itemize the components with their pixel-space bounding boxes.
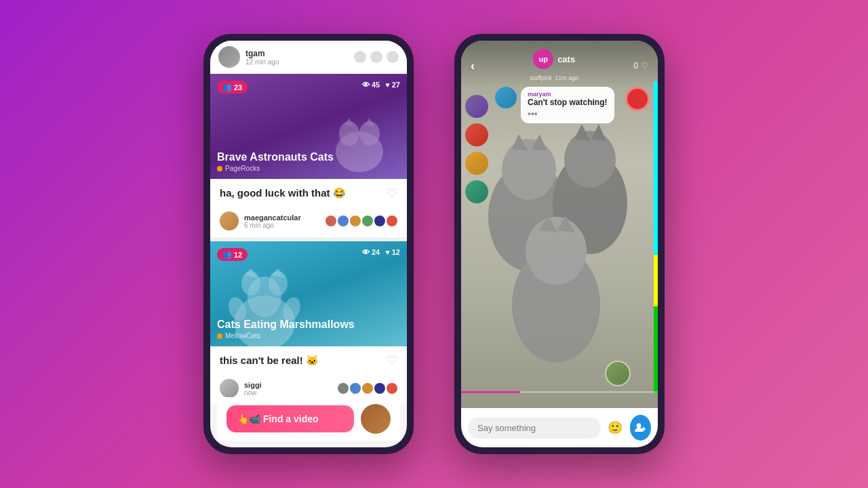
add-people-button[interactable] xyxy=(630,415,651,441)
card1-channel: PageRocks xyxy=(217,165,334,172)
find-video-button[interactable]: 👆📹 Find a video xyxy=(226,405,354,432)
right-phone: ‹ up cats staffpick 11m ago 0 ♡ xyxy=(454,34,665,454)
feed-card-1[interactable]: 👥 23 👁 45 ♥ 27 Brave Astronauts Cats Pag… xyxy=(210,74,407,179)
chat-message: Can't stop watching! xyxy=(528,98,608,107)
side-avatar-4[interactable] xyxy=(465,180,488,203)
extra2-avatar-5 xyxy=(387,383,397,394)
extra2-avatar-3 xyxy=(362,383,373,394)
header-icon-3 xyxy=(387,51,399,63)
chat-user-row: maryam Can't stop watching! ••• xyxy=(495,87,614,123)
extra-avatar-5 xyxy=(374,216,385,226)
card1-stats: 👁 45 ♥ 27 xyxy=(362,81,400,89)
bar-yellow xyxy=(654,255,658,307)
card2-stats: 👁 24 ♥ 12 xyxy=(362,248,400,256)
extra2-avatar-4 xyxy=(374,383,385,394)
topbar-staffpick: staffpick 11m ago xyxy=(530,70,578,83)
card1-badge: 👥 23 xyxy=(217,81,248,94)
commenter1-name: maegancatcular xyxy=(244,214,320,222)
emoji-button[interactable]: 🙂 xyxy=(606,417,625,439)
comment1-text: ha, good luck with that 😂 xyxy=(220,187,346,199)
card2-badge: 👥 12 xyxy=(217,248,248,261)
commenter2-name: siggi xyxy=(244,381,332,389)
video-like-area[interactable]: 0 ♡ xyxy=(633,61,648,70)
staffpick-time: 11m ago xyxy=(555,75,578,81)
chat-dots: ••• xyxy=(528,108,608,119)
side-avatar-1[interactable] xyxy=(465,95,488,118)
commenter1-time: 6 min ago xyxy=(244,222,320,229)
bar-green xyxy=(654,306,658,393)
video-progress-fill xyxy=(461,391,520,393)
extra2-avatar-1 xyxy=(338,383,349,394)
card2-image: 👥 12 👁 24 ♥ 12 Cats Eating Marshmallows … xyxy=(210,241,407,346)
bar-cyan xyxy=(654,81,658,255)
side-avatars xyxy=(465,95,488,203)
card2-title-area: Cats Eating Marshmallows MellowCats xyxy=(217,319,355,340)
side-avatar-2[interactable] xyxy=(465,123,488,146)
cats-svg xyxy=(475,81,644,373)
topbar-logo-title: up cats xyxy=(533,49,575,69)
comment2-text: this can't be real! 🐱 xyxy=(220,354,319,367)
back-button[interactable]: ‹ xyxy=(471,59,475,73)
commenter1-extras xyxy=(326,216,397,226)
video-title: cats xyxy=(557,54,575,64)
card2-channel: MellowCats xyxy=(217,332,355,340)
card1-title: Brave Astronauts Cats xyxy=(217,151,334,163)
card1-title-area: Brave Astronauts Cats PageRocks xyxy=(217,151,334,172)
header-time: 12 min ago xyxy=(245,58,349,66)
feed-header: tgam 12 min ago xyxy=(210,41,407,74)
comment-row-2: this can't be real! 🐱 ♡ xyxy=(210,346,407,375)
commenter2-extras xyxy=(338,383,397,394)
feed-card-2[interactable]: 👥 12 👁 24 ♥ 12 Cats Eating Marshmallows … xyxy=(210,241,407,346)
find-video-area: 👆📹 Find a video xyxy=(217,397,400,441)
commenter1-avatar xyxy=(220,211,239,230)
svg-point-22 xyxy=(526,217,587,285)
header-icon-1 xyxy=(354,51,366,63)
color-bars xyxy=(654,81,658,393)
extra-avatar-3 xyxy=(350,216,361,226)
video-topbar: ‹ up cats staffpick 11m ago 0 ♡ xyxy=(461,41,658,88)
comment1-heart[interactable]: ♡ xyxy=(387,186,397,201)
left-phone: tgam 12 min ago 👥 xyxy=(203,34,414,454)
chat-bubble: maryam Can't stop watching! ••• xyxy=(521,87,614,123)
video-bottom-bar: 🙂 xyxy=(461,408,658,447)
commenter2-avatar xyxy=(220,379,239,398)
like-count: 0 xyxy=(633,61,638,70)
comment2-heart[interactable]: ♡ xyxy=(387,353,397,368)
topbar-row1: ‹ up cats staffpick 11m ago 0 ♡ xyxy=(471,49,648,83)
svg-point-18 xyxy=(564,131,616,188)
header-username: tgam xyxy=(245,49,349,58)
chat-bubble-area: maryam Can't stop watching! ••• xyxy=(495,87,614,123)
staffpick-label: staffpick xyxy=(530,75,552,81)
say-something-input[interactable] xyxy=(468,418,601,439)
extra2-avatar-2 xyxy=(350,383,361,394)
topbar-center: up cats staffpick 11m ago xyxy=(530,49,578,83)
side-avatar-3[interactable] xyxy=(465,152,488,175)
svg-point-25 xyxy=(637,424,642,428)
header-avatar xyxy=(218,46,240,68)
heart-icon[interactable]: ♡ xyxy=(641,61,648,70)
extra-avatar-4 xyxy=(362,216,373,226)
find-video-user-avatar xyxy=(361,404,391,434)
commenter2-time: now xyxy=(244,389,332,396)
commenter1-info: maegancatcular 6 min ago xyxy=(244,214,320,229)
extra-avatar-1 xyxy=(326,216,336,226)
chat-username: maryam xyxy=(528,91,608,98)
header-info: tgam 12 min ago xyxy=(245,49,349,66)
svg-point-14 xyxy=(502,139,556,200)
chat-avatar xyxy=(495,87,517,108)
bottom-user-avatar xyxy=(605,361,631,386)
card2-title: Cats Eating Marshmallows xyxy=(217,319,355,331)
record-button[interactable] xyxy=(625,87,650,111)
header-icon-2 xyxy=(370,51,382,63)
card1-image: 👥 23 👁 45 ♥ 27 Brave Astronauts Cats Pag… xyxy=(210,74,407,179)
extra-avatar-2 xyxy=(338,216,349,226)
up-logo: up xyxy=(533,49,553,69)
header-icons xyxy=(354,51,399,63)
commenter-row-1: maegancatcular 6 min ago xyxy=(210,207,407,241)
commenter2-info: siggi now xyxy=(244,381,332,396)
extra-avatar-6 xyxy=(387,216,397,226)
video-progress xyxy=(461,391,658,393)
comment-row-1: ha, good luck with that 😂 ♡ xyxy=(210,179,407,207)
